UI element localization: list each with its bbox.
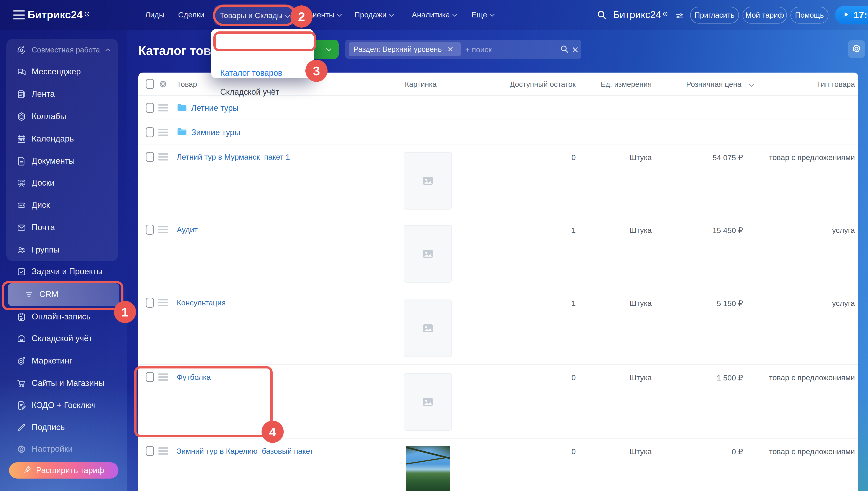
annotation-step-4: 4 [262,421,284,443]
menu-item-catalog[interactable]: Каталог товаров [220,68,282,78]
sidebar-item-documents[interactable]: Документы [0,150,127,172]
play-icon [843,10,849,21]
menu-item-warehouse[interactable]: Складской учёт [220,87,279,97]
sidebar-item-marketing[interactable]: Маркетинг [0,350,127,372]
table-row-product[interactable]: Летний тур в Мурманск_пакет 1 0 Штука 54… [138,144,858,217]
cell-stock: 1 [531,226,576,235]
filter-search-bar[interactable]: Раздел: Верхний уровень ✕ + поиск ✕ [346,40,581,59]
sidebar-group-header[interactable]: Совместная работа [0,40,127,60]
nav-item-analytics[interactable]: Аналитика [412,10,457,19]
row-checkbox[interactable] [146,127,154,137]
image-icon [421,247,435,260]
sidebar-item-tasks[interactable]: Задачи и Проекты [0,261,127,283]
folder-link[interactable]: Зимние туры [191,128,240,137]
table-row-folder[interactable]: Зимние туры [138,120,858,144]
remove-filter-icon[interactable]: ✕ [447,45,454,54]
search-placeholder: + поиск [465,45,492,54]
table-row-product[interactable]: Зимний тур в Карелию_базовый пакет 0 Шту… [138,438,858,491]
tasks-icon [16,266,27,277]
portal-settings-icon[interactable] [675,11,684,22]
feed-icon [16,89,27,99]
folder-icon [176,126,188,139]
drag-handle-icon[interactable] [158,447,168,455]
product-link[interactable]: Зимний тур в Карелию_базовый пакет [177,447,313,456]
timer-button[interactable]: 17:02 [835,6,868,24]
col-price[interactable]: Розничная цена [652,80,741,89]
row-checkbox[interactable] [146,225,154,235]
cell-type: товар с предложениями [746,373,855,382]
cell-unit: Штука [606,226,652,235]
cell-price: 54 075 ₽ [678,153,743,162]
menu-icon[interactable] [13,10,25,20]
portal-name[interactable]: Битрикс24 [613,9,661,20]
col-unit[interactable]: Ед. измерения [561,80,652,89]
sidebar-item-inventory[interactable]: Складской учёт [0,327,127,350]
drag-handle-icon[interactable] [158,153,168,161]
row-checkbox[interactable] [146,103,154,113]
sidebar-item-boards[interactable]: Доски [0,172,127,194]
annotation-box-step3 [213,31,316,51]
search-icon[interactable] [559,44,570,55]
row-checkbox[interactable] [146,152,154,162]
columns-settings-icon[interactable] [158,79,168,90]
gear-icon [851,43,862,55]
clear-search-icon[interactable]: ✕ [571,45,579,55]
nav-item-sales[interactable]: Продажи [354,10,393,19]
people-icon [16,245,27,255]
hexagon-icon [16,111,27,122]
image-icon [421,395,435,408]
sort-icon[interactable] [749,82,754,87]
cell-unit: Штука [606,447,652,456]
invite-button[interactable]: Пригласить [690,7,739,24]
sidebar-item-mail[interactable]: Почта [0,216,127,239]
filter-chip[interactable]: Раздел: Верхний уровень ✕ [349,42,461,56]
sidebar-item-kedo[interactable]: КЭДО + Госключ [0,395,127,416]
col-type[interactable]: Тип товара [764,80,855,89]
product-link[interactable]: Аудит [177,225,198,234]
calendar-icon [16,134,27,144]
select-all-checkbox[interactable] [146,79,154,89]
row-checkbox[interactable] [146,298,154,308]
annotation-box-step2 [213,4,296,26]
grid-settings-button[interactable] [848,40,865,58]
collapse-icon[interactable] [105,48,111,54]
sidebar-item-groups[interactable]: Группы [0,239,127,261]
col-product[interactable]: Товар [177,80,197,89]
sidebar-item-calendar[interactable]: Календарь [0,128,127,150]
online-booking-icon [16,312,27,322]
product-link[interactable]: Консультация [177,298,226,307]
drag-handle-icon[interactable] [158,104,168,111]
table-row-product[interactable]: Консультация 1 Штука 5 150 ₽ услуга [138,290,858,365]
row-checkbox[interactable] [146,446,154,456]
nav-item-leads[interactable]: Лиды [145,10,164,19]
my-plan-button[interactable]: Мой тариф [743,7,787,24]
table-row-product[interactable]: Аудит 1 Штука 15 450 ₽ услуга [138,217,858,290]
sidebar-item-disk[interactable]: Диск [0,194,127,216]
sidebar-item-sites[interactable]: Сайты и Магазины [0,372,127,395]
sidebar-item-sign[interactable]: Подпись [0,416,127,438]
search-icon[interactable] [596,9,607,22]
cell-price: 15 450 ₽ [678,226,743,235]
cell-price: 0 ₽ [678,447,743,456]
image-icon [421,322,435,335]
help-button[interactable]: Помощь [790,7,829,24]
sidebar-item-collabs[interactable]: Коллабы [0,106,127,128]
sidebar-item-feed[interactable]: Лента [0,83,127,105]
upgrade-plan-button[interactable]: Расширить тариф [9,462,118,479]
chevron-down-icon [489,12,495,17]
nav-item-deals[interactable]: Сделки [178,10,204,19]
board-icon [16,178,27,188]
product-link[interactable]: Летний тур в Мурманск_пакет 1 [177,152,290,162]
folder-link[interactable]: Летние туры [191,103,238,113]
app-logo[interactable]: Битрикс24 [28,9,83,21]
table-row-folder[interactable]: Летние туры [138,95,858,120]
sidebar-item-messenger[interactable]: Мессенджер [0,61,127,83]
drag-handle-icon[interactable] [158,226,168,233]
col-picture[interactable]: Картинка [398,80,443,89]
drag-handle-icon[interactable] [158,299,168,306]
sidebar-item-settings[interactable]: Настройки [0,438,127,460]
cell-stock: 0 [531,153,576,162]
clock-icon [662,11,668,18]
drag-handle-icon[interactable] [158,128,168,136]
nav-item-more[interactable]: Еще [472,10,494,19]
